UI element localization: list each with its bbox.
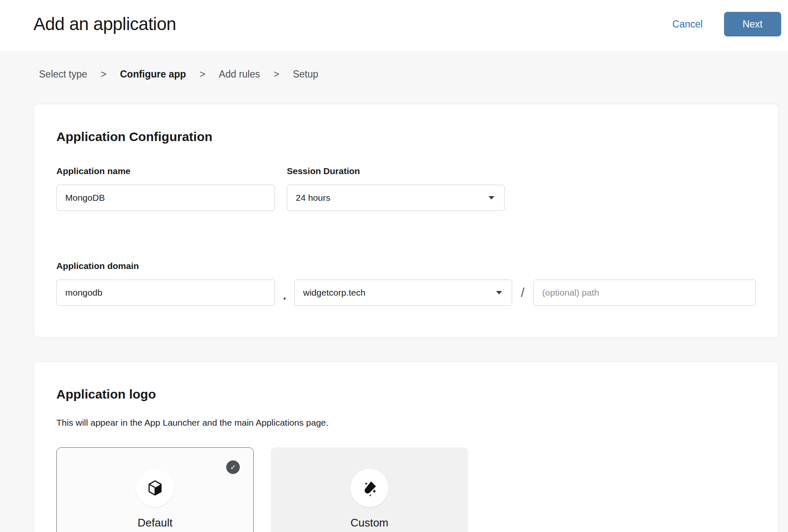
session-duration-label: Session Duration [287, 166, 505, 176]
logo-options-row: ✓ Default [56, 447, 756, 532]
application-domain-row: . widgetcorp.tech / [56, 280, 756, 306]
breadcrumb-separator: > [101, 69, 106, 80]
logo-option-custom[interactable]: Custom [271, 447, 468, 532]
domain-select-value: widgetcorp.tech [303, 288, 366, 298]
logo-option-default-label: Default [138, 516, 172, 529]
breadcrumb: Select type > Configure app > Add rules … [39, 69, 788, 80]
page-header: Add an application Cancel Next [0, 0, 788, 51]
domain-dot-separator: . [283, 289, 286, 302]
logo-card-description: This will appear in the App Launcher and… [56, 418, 756, 428]
application-domain-label: Application domain [56, 261, 139, 271]
application-name-label: Application name [56, 166, 275, 176]
header-actions: Cancel Next [672, 12, 781, 36]
caret-down-icon [496, 291, 502, 295]
page-title: Add an application [33, 14, 176, 34]
cancel-button[interactable]: Cancel [672, 19, 703, 30]
domain-select[interactable]: widgetcorp.tech [294, 280, 512, 306]
configuration-card-title: Application Configuration [56, 130, 756, 144]
paintbrush-icon [361, 479, 378, 497]
breadcrumb-step-select-type[interactable]: Select type [39, 69, 87, 80]
subdomain-input[interactable] [56, 280, 275, 306]
caret-down-icon [488, 196, 495, 200]
logo-option-custom-label: Custom [350, 516, 388, 529]
logo-option-default[interactable]: ✓ Default [56, 447, 254, 532]
application-name-input[interactable] [56, 185, 275, 211]
path-input[interactable] [533, 280, 756, 306]
session-duration-select[interactable]: 24 hours [287, 185, 505, 211]
breadcrumb-step-setup[interactable]: Setup [293, 69, 318, 80]
session-duration-value: 24 hours [296, 193, 330, 203]
breadcrumb-step-add-rules[interactable]: Add rules [219, 69, 260, 80]
cube-icon [146, 479, 164, 497]
check-icon: ✓ [230, 463, 236, 472]
application-domain-section: Application domain . widgetcorp.tech / [56, 261, 756, 306]
default-logo-circle [136, 469, 174, 507]
session-duration-field-group: Session Duration 24 hours [287, 166, 505, 211]
breadcrumb-separator: > [200, 69, 205, 80]
domain-slash-separator: / [521, 285, 524, 300]
name-session-row: Application name Session Duration 24 hou… [56, 166, 756, 211]
breadcrumb-separator: > [274, 69, 279, 80]
application-name-field-group: Application name [56, 166, 275, 211]
logo-card-title: Application logo [56, 387, 756, 402]
next-button[interactable]: Next [724, 12, 781, 36]
application-configuration-card: Application Configuration Application na… [33, 104, 779, 338]
selected-check-badge: ✓ [226, 460, 240, 474]
breadcrumb-step-configure-app[interactable]: Configure app [120, 69, 186, 80]
custom-logo-circle [350, 469, 388, 507]
application-logo-card: Application logo This will appear in the… [33, 361, 779, 532]
